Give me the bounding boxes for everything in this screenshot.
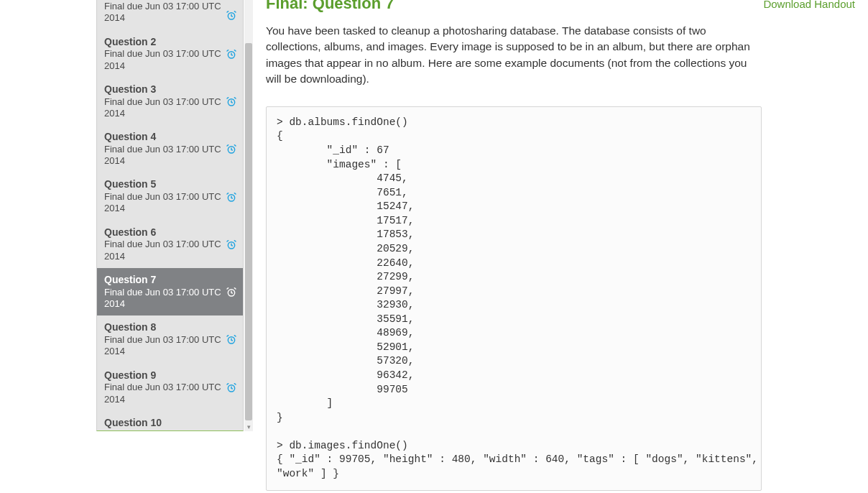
clock-icon: [226, 239, 237, 250]
sidebar-item-question-8[interactable]: Question 8Final due Jun 03 17:00 UTC 201…: [97, 315, 243, 363]
main-content: Final: Question 7 Download Handout You h…: [253, 0, 868, 493]
sidebar-item-question-10[interactable]: Question 10Final due Jun 03 17:00 UTC 20…: [97, 411, 243, 431]
sidebar-item-question-4[interactable]: Question 4Final due Jun 03 17:00 UTC 201…: [97, 125, 243, 172]
sidebar-item-label: Question 4: [104, 131, 223, 143]
clock-icon: [226, 429, 237, 431]
clock-icon: [226, 382, 237, 393]
sidebar-item-label: Question 5: [104, 178, 223, 190]
clock-icon: [226, 96, 237, 107]
main-header: Final: Question 7 Download Handout: [266, 0, 855, 13]
clock-icon: [226, 286, 237, 298]
sidebar-item-question-3[interactable]: Question 3Final due Jun 03 17:00 UTC 201…: [97, 78, 243, 125]
sidebar-item-due: Final due Jun 03 17:00 UTC 2014: [104, 239, 223, 262]
clock-icon: [226, 143, 237, 155]
scrollbar-thumb[interactable]: [245, 43, 252, 420]
sidebar-item-label: Question 8: [104, 321, 223, 333]
sidebar: Final due Jun 03 17:00 UTC 2014Question …: [96, 0, 244, 431]
sidebar-item-question-1[interactable]: Final due Jun 03 17:00 UTC 2014: [97, 1, 243, 30]
sidebar-item-label: Question 9: [104, 369, 223, 382]
sidebar-item-question-9[interactable]: Question 9Final due Jun 03 17:00 UTC 201…: [97, 364, 243, 411]
sidebar-item-due: Final due Jun 03 17:00 UTC 2014: [104, 1, 223, 24]
scroll-down-arrow[interactable]: ▾: [244, 423, 253, 431]
download-handout-link[interactable]: Download Handout: [763, 0, 855, 10]
sidebar-item-label: Question 6: [104, 226, 223, 239]
clock-icon: [226, 48, 237, 60]
sidebar-item-due: Final due Jun 03 17:00 UTC 2014: [104, 96, 223, 120]
sidebar-item-due: Final due Jun 03 17:00 UTC 2014: [104, 48, 223, 72]
scrollbar-track[interactable]: ▾: [244, 0, 253, 431]
sidebar-item-due: Final due Jun 03 17:00 UTC 2014: [104, 334, 223, 358]
clock-icon: [226, 9, 237, 21]
sidebar-container: Final due Jun 03 17:00 UTC 2014Question …: [0, 0, 253, 493]
page-title: Final: Question 7: [266, 0, 394, 13]
clock-icon: [226, 333, 237, 345]
sidebar-item-label: Question 2: [104, 36, 223, 48]
sidebar-item-question-5[interactable]: Question 5Final due Jun 03 17:00 UTC 201…: [97, 172, 243, 220]
sidebar-item-due: Final due Jun 03 17:00 UTC 2014: [104, 287, 223, 310]
sidebar-item-label: Question 7: [104, 274, 223, 286]
sidebar-item-label: Question 3: [104, 83, 223, 96]
sidebar-item-question-7[interactable]: Question 7Final due Jun 03 17:00 UTC 201…: [97, 268, 243, 315]
sidebar-item-question-2[interactable]: Question 2Final due Jun 03 17:00 UTC 201…: [97, 30, 243, 78]
sidebar-item-due: Final due Jun 03 17:00 UTC 2014: [104, 144, 223, 167]
sidebar-item-label: Question 10: [104, 417, 223, 429]
code-block: > db.albums.findOne() { "_id" : 67 "imag…: [266, 106, 762, 491]
sidebar-item-due: Final due Jun 03 17:00 UTC 2014: [104, 430, 223, 431]
question-body-text: You have been tasked to cleanup a photos…: [266, 23, 762, 88]
sidebar-item-question-6[interactable]: Question 6Final due Jun 03 17:00 UTC 201…: [97, 221, 243, 268]
clock-icon: [226, 191, 237, 203]
sidebar-item-due: Final due Jun 03 17:00 UTC 2014: [104, 191, 223, 215]
sidebar-item-due: Final due Jun 03 17:00 UTC 2014: [104, 382, 223, 405]
